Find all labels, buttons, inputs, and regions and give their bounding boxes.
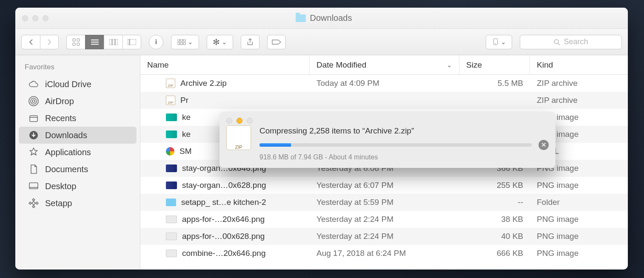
window-title: Downloads [310,13,352,23]
dialog-close-button[interactable] [226,118,232,124]
column-header-size[interactable]: Size [459,55,530,74]
file-kind: PNG image [530,249,628,258]
file-row[interactable]: stay-organ…0x628.pngYesterday at 6:07 PM… [140,177,628,194]
progress-bar [259,143,532,147]
search-field[interactable]: Search [520,35,622,49]
sidebar-item-desktop[interactable]: Desktop [19,178,137,195]
file-date: Today at 4:09 PM [310,79,459,88]
column-view-button[interactable] [104,35,123,49]
sidebar-item-airdrop[interactable]: AirDrop [19,93,137,110]
svg-rect-14 [183,39,185,41]
tags-button[interactable] [267,35,286,49]
svg-rect-2 [73,43,75,45]
sidebar-item-applications[interactable]: Applications [19,144,137,161]
svg-point-20 [554,40,559,44]
search-icon [553,39,560,45]
view-mode-buttons [66,35,141,49]
sidebar-item-label: AirDrop [45,96,74,106]
list-view-button[interactable] [85,35,104,49]
svg-rect-8 [112,39,115,45]
svg-rect-33 [36,202,38,204]
column-header-date[interactable]: Date Modified⌄ [310,55,459,74]
file-row[interactable]: setapp_ st…e kitchen-2Yesterday at 5:59 … [140,194,628,211]
info-button[interactable]: i [149,35,163,49]
file-name: ke [182,113,191,122]
sidebar-item-label: Recents [45,113,76,123]
downloads-icon [28,130,39,141]
dialog-subtitle: 918.6 MB of 7.94 GB - About 4 minutes [259,153,549,161]
file-kind: Folder [530,198,628,207]
file-kind: PNG image [530,232,628,241]
column-header-kind[interactable]: Kind [530,55,628,74]
svg-rect-28 [29,183,38,189]
file-kind: PNG image [530,215,628,224]
sidebar-item-label: iCloud Drive [45,79,91,89]
close-window-button[interactable] [22,15,28,21]
sidebar-item-recents[interactable]: Recents [19,110,137,127]
svg-rect-30 [32,199,35,201]
file-name: combine-…20x646.png [182,249,265,258]
file-name: ke [182,130,191,139]
svg-rect-32 [29,202,31,204]
gallery-view-button[interactable] [123,35,141,49]
svg-rect-31 [32,205,35,208]
file-date: Yesterday at 2:24 PM [310,215,459,224]
svg-rect-11 [130,39,136,45]
svg-rect-9 [115,39,118,45]
minimize-window-button[interactable] [32,15,38,21]
zip-icon: ZIP [226,125,251,150]
file-size: 38 KB [459,215,530,224]
action-button[interactable]: ✻⌄ [207,35,233,49]
column-headers: Name Date Modified⌄ Size Kind [140,55,628,75]
arrange-button[interactable]: ⌄ [171,35,199,49]
back-button[interactable] [21,35,40,49]
folder-icon [296,14,306,22]
file-size: -- [459,198,530,207]
file-kind: ZIP archive [530,79,628,88]
sidebar-item-setapp[interactable]: Setapp [19,195,137,212]
zoom-window-button[interactable] [43,15,48,21]
sort-indicator-icon: ⌄ [447,61,452,69]
file-row[interactable]: ZIPArchive 2.zipToday at 4:09 PM5.5 MBZI… [140,75,628,92]
column-header-name[interactable]: Name [140,55,310,74]
dialog-minimize-button[interactable] [237,118,242,124]
icon-view-button[interactable] [66,35,85,49]
svg-line-21 [558,43,560,45]
dialog-zoom-button [247,118,253,124]
share-button[interactable] [241,35,259,49]
svg-rect-7 [109,39,112,45]
svg-point-23 [31,98,37,104]
file-row[interactable]: ZIPPrZIP archive [140,92,628,109]
file-name: stay-organ…0x628.png [182,181,266,190]
file-row[interactable]: combine-…20x646.pngAug 17, 2018 at 6:24 … [140,245,628,262]
cancel-button[interactable]: ✕ [539,140,549,150]
quicklook-button[interactable]: ⌄ [486,35,512,49]
svg-rect-17 [183,43,185,45]
toolbar: i ⌄ ✻⌄ ⌄ Search [15,29,628,55]
search-placeholder: Search [564,37,588,46]
nav-buttons [21,35,59,49]
file-name: setapp_ st…e kitchen-2 [181,198,266,207]
compress-progress-dialog: ZIP Compressing 2,258 items to “Archive … [219,112,556,168]
svg-rect-13 [180,39,182,41]
forward-button[interactable] [40,35,59,49]
svg-rect-1 [77,39,80,41]
sidebar-item-label: Applications [45,148,91,157]
sidebar-section-header: Favorites [15,61,140,76]
svg-point-22 [32,100,35,102]
sidebar: Favorites iCloud DriveAirDropRecentsDown… [15,55,140,269]
sidebar-item-downloads[interactable]: Downloads [19,127,137,144]
file-name: Archive 2.zip [180,79,227,88]
file-name: apps-for-…20x646.png [182,215,265,224]
cloud-icon [28,79,39,90]
file-row[interactable]: apps-for-…00x628.pngYesterday at 2:24 PM… [140,228,628,245]
file-date: Yesterday at 2:24 PM [310,232,459,241]
dialog-title: Compressing 2,258 items to “Archive 2.zi… [259,126,549,136]
airdrop-icon [28,96,39,107]
setapp-icon [28,198,39,209]
sidebar-item-documents[interactable]: Documents [19,161,137,178]
docs-icon [28,164,39,175]
file-row[interactable]: apps-for-…20x646.pngYesterday at 2:24 PM… [140,211,628,228]
sidebar-item-icloud-drive[interactable]: iCloud Drive [19,76,137,93]
file-size: 40 KB [459,232,530,241]
